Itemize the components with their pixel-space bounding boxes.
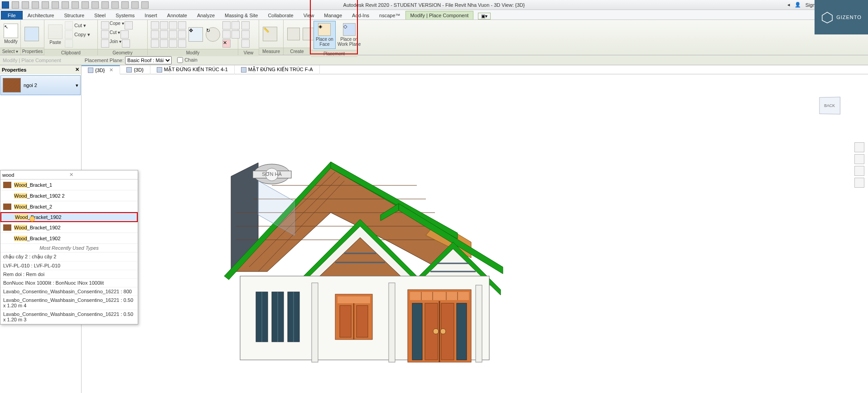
create1-icon[interactable]	[287, 28, 300, 40]
rotate-big-icon[interactable]: ↻	[206, 27, 220, 42]
tab-insert[interactable]: Insert	[140, 11, 162, 19]
del2-icon[interactable]: ✕	[222, 39, 231, 48]
tab-view[interactable]: View	[299, 11, 319, 19]
type-option-selected[interactable]: Wood_Bracket_1902	[0, 212, 138, 222]
orbit-icon[interactable]	[854, 178, 864, 188]
type-option[interactable]: Lavabo_Consentino_Washbasin_Consentino_1…	[0, 310, 138, 324]
svg-rect-45	[410, 292, 469, 300]
type-option[interactable]: Lavabo_Consentino_Washbasin_Consentino_1…	[0, 296, 138, 310]
viewtab-3d-1[interactable]: {3D}✕	[82, 65, 120, 74]
geo2-icon[interactable]	[121, 30, 129, 39]
type-option[interactable]: Wood_Bracket_1902	[0, 233, 138, 244]
nav-wheel-icon[interactable]	[854, 142, 864, 152]
sync-icon[interactable]	[32, 1, 39, 9]
pin-icon[interactable]	[169, 39, 177, 48]
tab-massing[interactable]: Massing & Site	[220, 11, 263, 19]
placement-plane-select[interactable]: Basic Roof : Mái	[125, 56, 172, 64]
type-option[interactable]: Wood_Bracket_1902 2	[0, 190, 138, 201]
type-search-input[interactable]: wood✕	[0, 170, 138, 180]
redo-icon[interactable]	[52, 1, 59, 9]
modify-cursor-icon[interactable]: ↖	[4, 24, 18, 38]
view3-icon[interactable]	[241, 39, 250, 48]
viewtab-elev-fa[interactable]: MẶT ĐỨNG KIẾN TRÚC F-A	[235, 65, 320, 74]
print-icon[interactable]	[62, 1, 69, 9]
tab-manage[interactable]: Manage	[319, 11, 347, 19]
default3d-icon[interactable]	[101, 1, 109, 9]
grid3-icon[interactable]	[222, 30, 231, 39]
mirror-icon[interactable]	[169, 21, 177, 29]
offset-icon[interactable]	[160, 21, 168, 29]
tab-steel[interactable]: Steel	[89, 11, 111, 19]
tab-addins[interactable]: Add-Ins	[347, 11, 374, 19]
tab-architecture[interactable]: Architecture	[23, 11, 59, 19]
text-icon[interactable]	[92, 1, 99, 9]
measure-icon[interactable]	[72, 1, 79, 9]
type-option[interactable]: Lavabo_Consentino_Washbasin_Consentino_1…	[0, 287, 138, 296]
scale-icon[interactable]	[160, 39, 168, 48]
user-icon[interactable]: 👤	[795, 2, 801, 8]
save-icon[interactable]	[22, 1, 29, 9]
delete-icon[interactable]	[178, 39, 186, 48]
move-big-icon[interactable]: ✥	[188, 27, 203, 42]
tab-structure[interactable]: Structure	[59, 11, 89, 19]
ribbon: ↖Modify Select ▾ Properties Paste Cut ▾ …	[0, 20, 868, 55]
viewtab-close-icon[interactable]: ✕	[109, 67, 113, 73]
properties-close-icon[interactable]: ✕	[75, 67, 79, 73]
view-cube[interactable]: BACK	[814, 97, 845, 120]
chain-checkbox[interactable]: Chain	[177, 57, 198, 63]
undo-icon[interactable]	[42, 1, 49, 9]
place-on-workplane-button[interactable]: ◇Place on Work Plane	[337, 22, 362, 48]
split-icon[interactable]	[178, 30, 186, 39]
pan-icon[interactable]	[854, 154, 864, 164]
join-icon[interactable]	[101, 39, 109, 48]
type-option[interactable]: BonNuoc INox 1000lit : BonNuoc INox 1000…	[0, 279, 138, 287]
type-option[interactable]: chậu cây 2 : chậu cây 2	[0, 252, 138, 262]
viewport-3d[interactable]: GIZENTO BACK SƠN HÀ	[82, 74, 868, 393]
view1-icon[interactable]	[241, 21, 250, 29]
open-icon[interactable]	[12, 1, 19, 9]
panel-placement: Placement	[311, 50, 357, 57]
type-option[interactable]: Wood_Bracket_1	[0, 180, 138, 190]
type-selector[interactable]: ngoi 2 ▾	[0, 75, 81, 95]
view2-icon[interactable]	[241, 30, 250, 39]
zoom-icon[interactable]	[854, 166, 864, 176]
tab-enscape[interactable]: nscape™	[374, 11, 405, 19]
viewtab-elev-41[interactable]: MẶT ĐỨNG KIẾN TRÚC 4-1	[150, 65, 235, 74]
array-icon[interactable]	[151, 39, 159, 48]
type-option[interactable]: Rem doi : Rem doi	[0, 270, 138, 279]
tab-modify-place[interactable]: Modify | Place Component	[405, 11, 474, 19]
copy2-icon[interactable]	[160, 30, 168, 39]
align-icon[interactable]	[151, 21, 159, 29]
dropdown-section-header: Most Recently Used Types	[0, 244, 138, 252]
type-option[interactable]: LVF-PL-010 : LVF-PL-010	[0, 262, 138, 270]
thin-lines-icon[interactable]	[121, 1, 129, 9]
place-on-face-button[interactable]: ◈Place on Face	[313, 21, 336, 49]
viewcube-back[interactable]: BACK	[819, 97, 840, 114]
geo3-icon[interactable]	[122, 39, 130, 48]
rotate-icon[interactable]	[169, 30, 177, 39]
type-option[interactable]: Wood_Bracket_2	[0, 201, 138, 212]
measure-icon[interactable]: 📏	[263, 27, 277, 41]
clear-search-icon[interactable]: ✕	[69, 172, 136, 178]
dim-icon[interactable]	[82, 1, 89, 9]
section-icon[interactable]	[111, 1, 119, 9]
tab-systems[interactable]: Systems	[111, 11, 140, 19]
viewtab-3d-2[interactable]: {3D}	[120, 65, 150, 74]
switch-win-icon[interactable]	[141, 1, 149, 9]
cope-icon[interactable]	[101, 21, 109, 29]
tab-file[interactable]: File	[1, 11, 23, 19]
tab-annotate[interactable]: Annotate	[162, 11, 192, 19]
grid1-icon[interactable]	[222, 21, 231, 29]
cutgeo-icon[interactable]	[101, 30, 109, 39]
type-option[interactable]: Wood_Bracket_1902	[0, 222, 138, 233]
ribbon-mode-icon[interactable]: ▣▾	[478, 13, 491, 19]
type-thumb-icon	[3, 78, 21, 92]
move-icon[interactable]	[151, 30, 159, 39]
geo1-icon[interactable]	[125, 21, 133, 29]
tab-collaborate[interactable]: Collaborate	[263, 11, 298, 19]
arrow-icon[interactable]: ◂	[787, 2, 790, 8]
tab-analyze[interactable]: Analyze	[192, 11, 220, 19]
trim-icon[interactable]	[178, 21, 186, 29]
close-hidden-icon[interactable]	[131, 1, 139, 9]
properties-icon[interactable]	[24, 27, 39, 41]
